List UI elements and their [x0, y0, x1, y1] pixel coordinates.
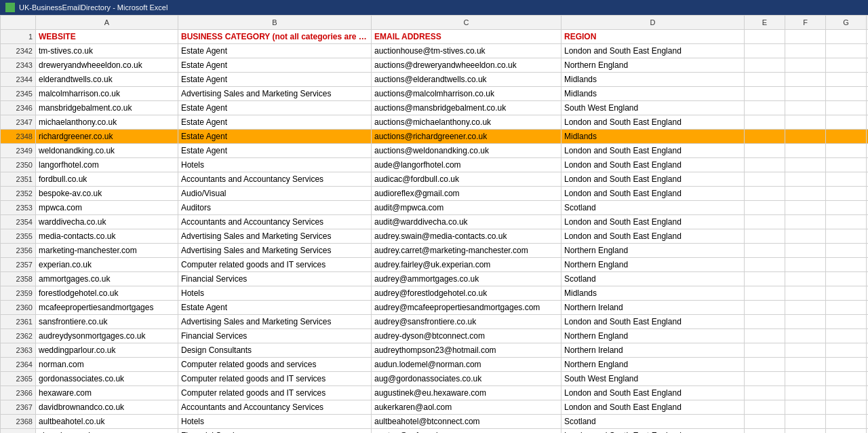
website-cell[interactable]: sherwins.co.uk	[36, 429, 178, 434]
email-cell[interactable]: auctionhouse@tm-stives.co.uk	[372, 44, 561, 58]
region-cell[interactable]: Midlands	[561, 73, 745, 87]
website-cell[interactable]: marketing-manchester.com	[36, 244, 178, 258]
region-cell[interactable]: Scotland	[561, 201, 745, 215]
col-header-g[interactable]: G	[826, 16, 867, 30]
region-cell[interactable]: London and South East England	[561, 215, 745, 229]
category-cell[interactable]: Accountants and Accountancy Services	[178, 215, 372, 229]
email-cell[interactable]: audrey@ammortgages.co.uk	[372, 272, 561, 286]
region-cell[interactable]: London and South East England	[561, 44, 745, 58]
email-cell[interactable]: auctions@elderandtwells.co.uk	[372, 73, 561, 87]
region-cell[interactable]: London and South East England	[561, 400, 745, 415]
cell-c1[interactable]: EMAIL ADDRESS	[372, 30, 561, 44]
category-cell[interactable]: Advertising Sales and Marketing Services	[178, 87, 372, 101]
email-cell[interactable]: auctions@dreweryandwheeeldon.co.uk	[372, 58, 561, 73]
category-cell[interactable]: Estate Agent	[178, 44, 372, 58]
website-cell[interactable]: weldonandking.co.uk	[36, 144, 178, 158]
email-cell[interactable]: audrey@mcafeepropertiesandmortgages.com	[372, 301, 561, 315]
website-cell[interactable]: elderandtwells.co.uk	[36, 73, 178, 87]
region-cell[interactable]: Northern England	[561, 258, 745, 272]
region-cell[interactable]: London and South East England	[561, 229, 745, 244]
email-cell[interactable]: audrey@sansfrontiere.co.uk	[372, 315, 561, 329]
category-cell[interactable]: Estate Agent	[178, 101, 372, 115]
region-cell[interactable]: London and South East England	[561, 386, 745, 400]
cell-a1[interactable]: WEBSITE	[36, 30, 178, 44]
email-cell[interactable]: audun.lodemel@norman.com	[372, 358, 561, 372]
category-cell[interactable]: Financial Services	[178, 329, 372, 343]
website-cell[interactable]: sansfrontiere.co.uk	[36, 315, 178, 329]
email-cell[interactable]: audrey-dyson@btconnect.com	[372, 329, 561, 343]
region-cell[interactable]: Northern England	[561, 358, 745, 372]
category-cell[interactable]: Estate Agent	[178, 73, 372, 87]
category-cell[interactable]: Hotels	[178, 158, 372, 172]
website-cell[interactable]: aultbeahotel.co.uk	[36, 415, 178, 429]
website-cell[interactable]: malcolmharrison.co.uk	[36, 87, 178, 101]
region-cell[interactable]: Northern Ireland	[561, 343, 745, 358]
col-header-f[interactable]: F	[785, 16, 826, 30]
email-cell[interactable]: auctions@richardgreener.co.uk	[372, 130, 561, 144]
email-cell[interactable]: audit@mpwca.com	[372, 201, 561, 215]
category-cell[interactable]: Financial Services	[178, 272, 372, 286]
region-cell[interactable]: London and South East England	[561, 115, 745, 130]
category-cell[interactable]: Computer related goods and IT services	[178, 372, 372, 386]
category-cell[interactable]: Accountants and Accountancy Services	[178, 172, 372, 187]
region-cell[interactable]: London and South East England	[561, 315, 745, 329]
col-header-c[interactable]: C	[372, 16, 561, 30]
website-cell[interactable]: audreydysonmortgages.co.uk	[36, 329, 178, 343]
category-cell[interactable]: Advertising Sales and Marketing Services	[178, 229, 372, 244]
region-cell[interactable]: Midlands	[561, 130, 745, 144]
region-cell[interactable]: Scotland	[561, 272, 745, 286]
region-cell[interactable]: Midlands	[561, 87, 745, 101]
website-cell[interactable]: norman.com	[36, 358, 178, 372]
website-cell[interactable]: davidbrownandco.co.uk	[36, 400, 178, 415]
cell-d1[interactable]: REGION	[561, 30, 745, 44]
email-cell[interactable]: aukerkaren@aol.com	[372, 400, 561, 415]
email-cell[interactable]: aultbeahotel@btconnect.com	[372, 415, 561, 429]
website-cell[interactable]: media-contacts.co.uk	[36, 229, 178, 244]
category-cell[interactable]: Accountants and Accountancy Services	[178, 400, 372, 415]
category-cell[interactable]: Advertising Sales and Marketing Services	[178, 244, 372, 258]
col-header-d[interactable]: D	[561, 16, 745, 30]
category-cell[interactable]: Estate Agent	[178, 301, 372, 315]
email-cell[interactable]: aug@gordonassociates.co.uk	[372, 372, 561, 386]
email-cell[interactable]: auctions@malcolmharrison.co.uk	[372, 87, 561, 101]
website-cell[interactable]: experian.co.uk	[36, 258, 178, 272]
region-cell[interactable]: South West England	[561, 372, 745, 386]
website-cell[interactable]: forestlodgehotel.co.uk	[36, 286, 178, 301]
email-cell[interactable]: auctions@mansbridgebalment.co.uk	[372, 101, 561, 115]
category-cell[interactable]: Hotels	[178, 286, 372, 301]
website-cell[interactable]: tm-stives.co.uk	[36, 44, 178, 58]
region-cell[interactable]: Northern Ireland	[561, 301, 745, 315]
region-cell[interactable]: London and South East England	[561, 172, 745, 187]
region-cell[interactable]: Northern England	[561, 58, 745, 73]
region-cell[interactable]: London and South East England	[561, 144, 745, 158]
category-cell[interactable]: Estate Agent	[178, 115, 372, 130]
website-cell[interactable]: hexaware.com	[36, 386, 178, 400]
email-cell[interactable]: aude@langorfhotel.com	[372, 158, 561, 172]
region-cell[interactable]: Scotland	[561, 415, 745, 429]
col-header-a[interactable]: A	[36, 16, 178, 30]
email-cell[interactable]: audrey.swain@media-contacts.co.uk	[372, 229, 561, 244]
website-cell[interactable]: mansbridgebalment.co.uk	[36, 101, 178, 115]
category-cell[interactable]: Auditors	[178, 201, 372, 215]
category-cell[interactable]: Hotels	[178, 415, 372, 429]
col-header-e[interactable]: E	[745, 16, 785, 30]
category-cell[interactable]: Design Consultants	[178, 343, 372, 358]
region-cell[interactable]: Northern England	[561, 244, 745, 258]
email-cell[interactable]: audrey.fairley@uk.experian.com	[372, 258, 561, 272]
website-cell[interactable]: dreweryandwheeeldon.co.uk	[36, 58, 178, 73]
email-cell[interactable]: audicac@fordbull.co.uk	[372, 172, 561, 187]
email-cell[interactable]: audioreflex@gmail.com	[372, 187, 561, 201]
website-cell[interactable]: mpwca.com	[36, 201, 178, 215]
website-cell[interactable]: gordonassociates.co.uk	[36, 372, 178, 386]
region-cell[interactable]: London and South East England	[561, 158, 745, 172]
email-cell[interactable]: audit@warddivecha.co.uk	[372, 215, 561, 229]
col-header-b[interactable]: B	[178, 16, 372, 30]
category-cell[interactable]: Estate Agent	[178, 130, 372, 144]
website-cell[interactable]: richardgreener.co.uk	[36, 130, 178, 144]
category-cell[interactable]: Advertising Sales and Marketing Services	[178, 315, 372, 329]
email-cell[interactable]: auctions@michaelanthony.co.uk	[372, 115, 561, 130]
category-cell[interactable]: Computer related goods and IT services	[178, 258, 372, 272]
region-cell[interactable]: London and South East England	[561, 429, 745, 434]
website-cell[interactable]: weddingparlour.co.uk	[36, 343, 178, 358]
category-cell[interactable]: Computer related goods and IT services	[178, 386, 372, 400]
